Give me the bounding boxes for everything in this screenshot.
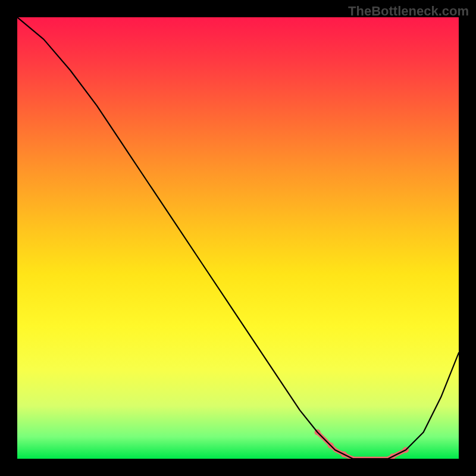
watermark-text: TheBottleneck.com <box>348 4 469 19</box>
bottleneck-curve-path <box>17 17 459 459</box>
chart-plot-area <box>17 17 459 459</box>
bottleneck-curve <box>17 17 459 459</box>
